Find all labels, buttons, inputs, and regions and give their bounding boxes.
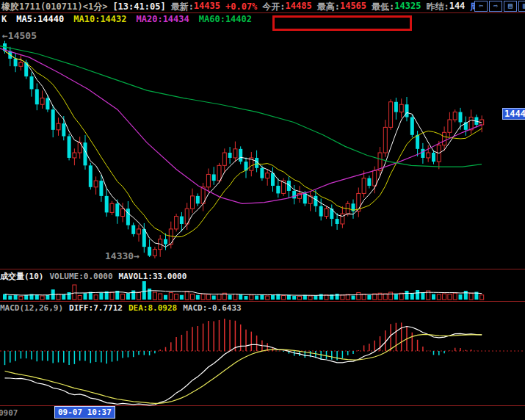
ma5-readout: MA5:14440 bbox=[16, 14, 64, 24]
ma20-readout: MA20:14434 bbox=[137, 14, 189, 24]
last-price-field: 最新:14435 bbox=[171, 1, 220, 13]
low-label: 最低: bbox=[372, 1, 394, 13]
split-view-icon[interactable]: ▤ bbox=[504, 1, 517, 12]
prev-settle-field: 昨结:144 bbox=[426, 1, 465, 13]
volume-chart-canvas[interactable] bbox=[0, 280, 525, 301]
ma60-readout: MA60:14402 bbox=[199, 14, 252, 24]
volume-panel-separator bbox=[0, 301, 525, 302]
last-price-tag: 14440 bbox=[502, 108, 525, 120]
low-price-annotation: 14330→ bbox=[105, 250, 140, 261]
ma-bar-prefix: K bbox=[1, 14, 7, 24]
low-value: 14325 bbox=[394, 1, 421, 13]
high-price-annotation: ←14505 bbox=[2, 30, 37, 41]
trading-terminal-window: 橡胶1711(010711)<1分> [13:41:05] 最新:14435 +… bbox=[0, 0, 525, 420]
high-label: 最高: bbox=[317, 1, 340, 13]
titlebar-separator bbox=[0, 12, 525, 13]
forward-arrow-icon[interactable]: ⇨ bbox=[489, 1, 502, 12]
prev-settle-value: 144 bbox=[449, 1, 466, 13]
ma-indicator-bar: K MA5:14440 MA10:14432 MA20:14434 MA60:1… bbox=[1, 14, 252, 24]
instrument-title: 橡胶1711(010711)<1分> bbox=[1, 1, 107, 13]
ma10-readout: MA10:14432 bbox=[73, 14, 126, 24]
macd-chart-canvas[interactable] bbox=[0, 312, 525, 410]
last-value: 14435 bbox=[194, 1, 220, 13]
prev-settle-label: 昨结: bbox=[426, 1, 449, 13]
last-label: 最新: bbox=[171, 1, 194, 13]
change-percent: +0.07% bbox=[225, 1, 257, 12]
candlestick-chart-canvas[interactable] bbox=[0, 26, 525, 269]
open-label: 今开: bbox=[262, 1, 285, 13]
open-price-field: 今开:14485 bbox=[262, 1, 311, 13]
open-value: 14485 bbox=[286, 1, 312, 13]
high-value: 14565 bbox=[340, 1, 366, 13]
high-price-field: 最高:14565 bbox=[317, 1, 366, 13]
back-arrow-icon[interactable]: ⇦ bbox=[474, 1, 488, 12]
main-chart-separator bbox=[0, 269, 525, 269]
clock: [13:41:05] bbox=[112, 1, 165, 12]
title-bar: 橡胶1711(010711)<1分> [13:41:05] 最新:14435 +… bbox=[1, 1, 525, 12]
axis-date-label: 0907 bbox=[0, 408, 18, 418]
low-price-field: 最低:14325 bbox=[372, 1, 421, 13]
panel-view-icon[interactable]: ▥ bbox=[518, 1, 525, 12]
crosshair-time-box[interactable]: 09-07 10:37 bbox=[54, 406, 115, 419]
toolbar-icons: ⇦ ⇨ ▤ ▥ bbox=[474, 1, 525, 12]
